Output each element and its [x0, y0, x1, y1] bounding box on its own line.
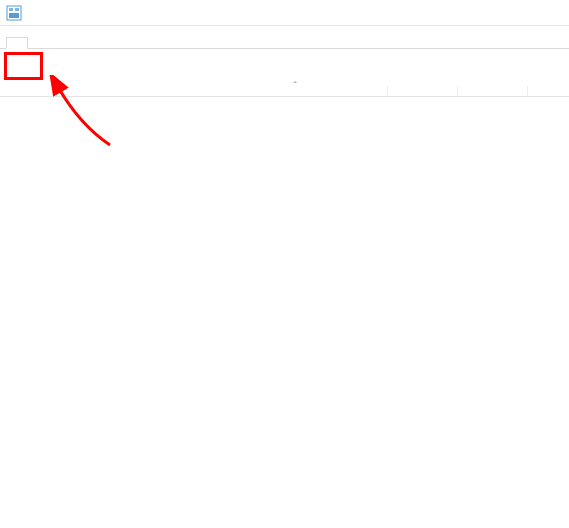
tab-app-history[interactable] — [50, 37, 72, 49]
sort-indicator: ˆ — [204, 81, 388, 96]
menu-view[interactable] — [34, 28, 46, 34]
column-memory[interactable] — [457, 86, 527, 96]
svg-rect-1 — [9, 8, 13, 11]
section-background-processes — [0, 97, 569, 113]
tab-bar — [0, 36, 569, 49]
app-icon — [6, 5, 22, 21]
tab-startup[interactable] — [72, 37, 94, 49]
column-disk[interactable] — [527, 86, 569, 96]
menu-options[interactable] — [20, 28, 32, 34]
tab-services[interactable] — [138, 37, 160, 49]
tab-processes[interactable] — [6, 37, 28, 49]
menubar — [0, 26, 569, 36]
tab-details[interactable] — [116, 37, 138, 49]
tab-performance[interactable] — [28, 37, 50, 49]
column-headers: ˆ — [0, 49, 569, 97]
column-cpu[interactable] — [387, 86, 457, 96]
svg-rect-3 — [9, 13, 19, 18]
svg-rect-2 — [15, 8, 19, 11]
tab-users[interactable] — [94, 37, 116, 49]
column-name[interactable] — [0, 90, 204, 96]
menu-file[interactable] — [6, 28, 18, 34]
